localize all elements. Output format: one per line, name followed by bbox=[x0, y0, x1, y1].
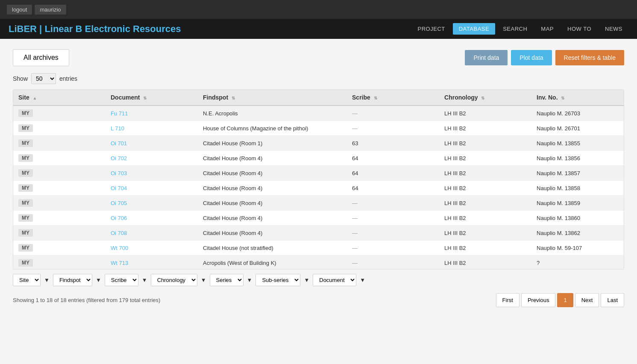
document-link[interactable]: Oi 704 bbox=[111, 185, 127, 191]
filter-findspot-select[interactable]: Findspot bbox=[53, 274, 92, 286]
cell-document[interactable]: Fu 711 bbox=[106, 106, 198, 121]
show-label: Show bbox=[13, 75, 28, 82]
em-dash: — bbox=[352, 110, 358, 117]
nav-map[interactable]: MAP bbox=[535, 23, 560, 35]
current-page-button[interactable]: 1 bbox=[557, 293, 573, 307]
filter-arrow-series: ▼ bbox=[247, 277, 252, 283]
cell-site: MY bbox=[13, 255, 106, 270]
cell-findspot: Citadel House (Room 4) bbox=[198, 196, 347, 211]
cell-chronology: LH III B2 bbox=[439, 255, 531, 270]
sort-inv-icon: ⇅ bbox=[561, 96, 564, 100]
filter-document-select[interactable]: Document bbox=[313, 274, 356, 286]
sort-chronology-icon: ⇅ bbox=[481, 96, 484, 100]
cell-inv-no: Nauplio M. 26701 bbox=[531, 121, 624, 136]
cell-document[interactable]: Wt 700 bbox=[106, 241, 198, 255]
all-archives-button[interactable]: All archives bbox=[13, 49, 69, 66]
user-button[interactable]: maurizio bbox=[35, 5, 66, 15]
cell-document[interactable]: Oi 703 bbox=[106, 166, 198, 181]
col-findspot[interactable]: Findspot ⇅ bbox=[198, 90, 347, 106]
cell-chronology: LH III B2 bbox=[439, 181, 531, 196]
site-badge: MY bbox=[18, 214, 33, 222]
col-scribe[interactable]: Scribe ⇅ bbox=[347, 90, 439, 106]
cell-scribe: 63 bbox=[347, 136, 439, 151]
last-button[interactable]: Last bbox=[601, 293, 624, 307]
cell-document[interactable]: Wt 713 bbox=[106, 255, 198, 270]
showing-text: Showing 1 to 18 of 18 entries (filtered … bbox=[13, 297, 160, 303]
cell-chronology: LH III B2 bbox=[439, 166, 531, 181]
nav-project[interactable]: PROJECT bbox=[412, 23, 451, 35]
document-link[interactable]: Oi 708 bbox=[111, 230, 127, 236]
entries-select[interactable]: 10 25 50 100 bbox=[31, 73, 56, 84]
cell-findspot: Citadel House (Room 4) bbox=[198, 151, 347, 166]
show-entries: Show 10 25 50 100 entries bbox=[13, 73, 624, 84]
filter-arrow-scribe: ▼ bbox=[142, 277, 147, 283]
nav-howto[interactable]: HOW TO bbox=[561, 23, 597, 35]
col-inv-no[interactable]: Inv. No. ⇅ bbox=[531, 90, 624, 106]
cell-document[interactable]: L 710 bbox=[106, 121, 198, 136]
filter-subseries-select[interactable]: Sub-series bbox=[255, 274, 300, 286]
col-site[interactable]: Site ▲ bbox=[13, 90, 106, 106]
cell-findspot: Acropolis (West of Building K) bbox=[198, 255, 347, 270]
sort-findspot-icon: ⇅ bbox=[232, 96, 235, 100]
next-button[interactable]: Next bbox=[575, 293, 599, 307]
cell-findspot: Citadel House (Room 4) bbox=[198, 166, 347, 181]
filter-chronology-select[interactable]: Chronology bbox=[151, 274, 197, 286]
em-dash: — bbox=[352, 260, 358, 266]
first-button[interactable]: First bbox=[496, 293, 520, 307]
reset-button[interactable]: Reset filters & table bbox=[555, 50, 624, 65]
plot-button[interactable]: Plot data bbox=[511, 50, 552, 65]
cell-inv-no: Nauplio M. 13856 bbox=[531, 151, 624, 166]
cell-scribe: — bbox=[347, 211, 439, 226]
document-link[interactable]: Oi 703 bbox=[111, 170, 127, 176]
sort-document-icon: ⇅ bbox=[143, 96, 147, 100]
table-row: MYOi 708Citadel House (Room 4)—LH III B2… bbox=[13, 226, 624, 241]
nav-database[interactable]: DATABASE bbox=[453, 23, 495, 35]
document-link[interactable]: L 710 bbox=[111, 125, 124, 132]
nav-news[interactable]: NEWS bbox=[599, 23, 628, 35]
cell-scribe: — bbox=[347, 241, 439, 255]
document-link[interactable]: Wt 713 bbox=[111, 260, 128, 266]
cell-scribe: 64 bbox=[347, 166, 439, 181]
cell-findspot: Citadel House (Room 4) bbox=[198, 226, 347, 241]
document-link[interactable]: Oi 702 bbox=[111, 155, 127, 161]
table-row: MYOi 703Citadel House (Room 4)64LH III B… bbox=[13, 166, 624, 181]
em-dash: — bbox=[352, 200, 358, 206]
filter-arrow-site: ▼ bbox=[44, 277, 50, 283]
document-link[interactable]: Oi 706 bbox=[111, 215, 127, 221]
cell-document[interactable]: Oi 708 bbox=[106, 226, 198, 241]
table-row: MYOi 705Citadel House (Room 4)—LH III B2… bbox=[13, 196, 624, 211]
cell-document[interactable]: Oi 704 bbox=[106, 181, 198, 196]
site-badge: MY bbox=[18, 109, 33, 117]
cell-site: MY bbox=[13, 121, 106, 136]
cell-document[interactable]: Oi 702 bbox=[106, 151, 198, 166]
cell-scribe: 64 bbox=[347, 151, 439, 166]
cell-findspot: Citadel House (Room 4) bbox=[198, 211, 347, 226]
site-badge: MY bbox=[18, 199, 33, 207]
document-link[interactable]: Fu 711 bbox=[111, 110, 128, 117]
top-bar: logout maurizio bbox=[0, 0, 637, 19]
cell-document[interactable]: Oi 701 bbox=[106, 136, 198, 151]
table-wrapper: Site ▲ Document ⇅ Findspot ⇅ Scribe ⇅ Ch bbox=[13, 89, 624, 270]
cell-document[interactable]: Oi 705 bbox=[106, 196, 198, 211]
col-document[interactable]: Document ⇅ bbox=[106, 90, 198, 106]
nav-search[interactable]: SEARCH bbox=[497, 23, 533, 35]
logout-button[interactable]: logout bbox=[7, 5, 32, 15]
cell-chronology: LH III B2 bbox=[439, 136, 531, 151]
cell-document[interactable]: Oi 706 bbox=[106, 211, 198, 226]
main-content: All archives Print data Plot data Reset … bbox=[0, 39, 637, 317]
table-row: MYOi 701Citadel House (Room 1)63LH III B… bbox=[13, 136, 624, 151]
table-row: MYL 710House of Columns (Magazine of the… bbox=[13, 121, 624, 136]
filter-site-select[interactable]: Site bbox=[13, 274, 41, 286]
document-link[interactable]: Oi 705 bbox=[111, 200, 127, 206]
filter-series-select[interactable]: Series bbox=[210, 274, 244, 286]
table-scroll[interactable]: Site ▲ Document ⇅ Findspot ⇅ Scribe ⇅ Ch bbox=[13, 90, 624, 269]
document-link[interactable]: Oi 701 bbox=[111, 140, 127, 147]
cell-site: MY bbox=[13, 241, 106, 255]
previous-button[interactable]: Previous bbox=[521, 293, 556, 307]
document-link[interactable]: Wt 700 bbox=[111, 245, 128, 251]
filter-scribe-select[interactable]: Scribe bbox=[105, 274, 138, 286]
print-button[interactable]: Print data bbox=[465, 50, 508, 65]
col-chronology[interactable]: Chronology ⇅ bbox=[439, 90, 531, 106]
cell-inv-no: Nauplio M. 13860 bbox=[531, 211, 624, 226]
sort-site-icon: ▲ bbox=[33, 96, 37, 100]
